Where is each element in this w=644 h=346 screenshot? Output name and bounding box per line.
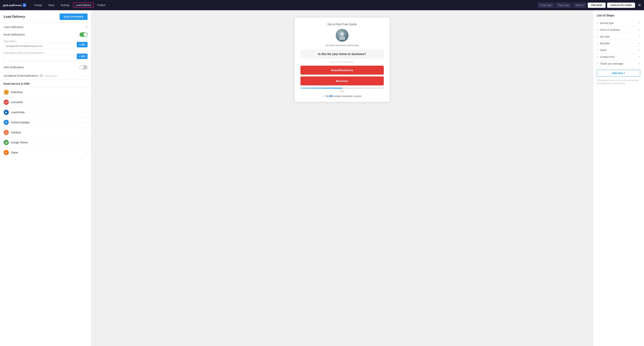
chevron-right-icon: › xyxy=(86,131,88,134)
step-name: Contact form xyxy=(600,55,614,58)
email-address-input[interactable] xyxy=(4,43,75,49)
email-input-wrap-1: Email Address xyxy=(4,40,75,49)
preview-button[interactable]: PREVIEW xyxy=(588,3,606,8)
leadspedia-icon: ▶ xyxy=(4,110,9,115)
zapier-label: Zapier xyxy=(11,151,18,154)
close-button[interactable]: ✕ xyxy=(638,3,641,7)
lead-notifications-label: Lead notifications xyxy=(4,26,24,29)
chevron-right-icon: › xyxy=(86,141,88,144)
nav-steps[interactable]: Steps xyxy=(46,3,57,8)
chevron-right-icon: › xyxy=(86,91,88,94)
duplicate-form-button[interactable]: DUPLICATE FORM xyxy=(607,3,635,8)
crm-list: 🐒 Mailchimp › CK ConvertKit › xyxy=(0,87,91,157)
conditional-email-row[interactable]: Conditional Email Notifications ? How to… xyxy=(0,72,91,80)
email-notifications-row: Email Notifications xyxy=(0,31,91,39)
edit-step-icon[interactable]: ✎ xyxy=(638,49,640,52)
drag-handle-icon[interactable]: ≡ xyxy=(597,22,598,25)
drag-handle-icon[interactable]: ≡ xyxy=(597,62,598,65)
chevron-right-icon: › xyxy=(86,121,88,124)
drag-handle-icon[interactable]: ≡ xyxy=(597,28,598,31)
activecampaign-icon: A xyxy=(4,120,9,125)
home-residence-button[interactable]: Home/Residence xyxy=(300,66,384,75)
sms-label: SMS Notifications xyxy=(4,66,24,69)
drag-handle-icon[interactable]: ≡ xyxy=(597,55,598,58)
save-changes-button[interactable]: SAVE CHANGES xyxy=(60,14,88,20)
step-item-name: ≡ name ✎ xyxy=(597,47,640,54)
flow-view-button[interactable]: Flow view xyxy=(556,3,572,8)
avatar-name: Joe (your local pest control guy) xyxy=(300,44,384,47)
left-panel: Lead Delivery SAVE CHANGES Lead notifica… xyxy=(0,10,91,346)
social-text: people requested a quote! xyxy=(334,95,362,98)
gdpr-email-input[interactable] xyxy=(4,55,75,61)
avatar-wrap xyxy=(300,29,384,42)
step-item-service-type: ≡ service type ✎ xyxy=(597,20,640,27)
chevron-right-icon: › xyxy=(86,101,88,104)
crm-item-hubspot[interactable]: ⚙ HubSpot › xyxy=(0,127,91,137)
nav-design[interactable]: Design xyxy=(32,3,45,8)
drag-handle-icon[interactable]: ≡ xyxy=(597,49,598,52)
nav-items: Design Steps Settings Lead Delivery Publ… xyxy=(32,3,538,8)
svg-point-0 xyxy=(340,32,344,36)
google-sheets-label: Google Sheets xyxy=(11,141,28,144)
step-name: Thank you message xyxy=(600,62,623,65)
sms-toggle[interactable] xyxy=(80,65,88,70)
crm-item-activecampaign[interactable]: A ActiveCampaign › xyxy=(0,117,91,127)
step-name: describe xyxy=(600,42,610,45)
email-notifications-toggle[interactable] xyxy=(80,32,88,37)
step-item-contact-form: ≡ Contact form ✎ xyxy=(597,54,640,60)
crm-item-zapier[interactable]: ✺ Zapier › xyxy=(0,147,91,157)
form-preview-inner: Get a Fast Free Quote Joe (your local pe… xyxy=(294,18,390,102)
how-to-badge[interactable]: ? xyxy=(40,74,43,77)
convertkit-icon: CK xyxy=(4,100,9,105)
crm-item-google-sheets[interactable]: ▦ Google Sheets › xyxy=(0,137,91,147)
crm-item-convertkit[interactable]: CK ConvertKit › xyxy=(0,97,91,107)
google-sheets-icon: ▦ xyxy=(4,140,9,145)
avatar-svg xyxy=(338,31,347,40)
steps-note: *Changing the order of the steps in the … xyxy=(597,79,640,85)
email-label-1: Email Address xyxy=(4,40,75,42)
step-name: service type xyxy=(600,22,614,25)
step-item-thank-you: ≡ Thank you message ✎ xyxy=(597,60,640,67)
lead-notifications-header[interactable]: Lead notifications ∨ xyxy=(0,23,91,31)
progress-label: 50% xyxy=(300,90,384,93)
add-step-button[interactable]: Add step + xyxy=(597,70,640,77)
email-field-row-1: Email Address + URL xyxy=(0,39,91,51)
lead-notifications-section: Lead notifications ∨ Email Notifications… xyxy=(0,23,91,80)
edit-step-icon[interactable]: ✎ xyxy=(638,29,640,31)
business-button[interactable]: Business xyxy=(300,77,384,85)
zapier-icon: ✺ xyxy=(4,150,9,155)
crm-item-mailchimp[interactable]: 🐒 Mailchimp › xyxy=(0,87,91,97)
form-preview: Get a Fast Free Quote Joe (your local pe… xyxy=(294,18,390,102)
chevron-right-icon: › xyxy=(86,111,88,114)
step-name: home or business xyxy=(600,28,620,31)
middle-panel: Get a Fast Free Quote Joe (your local pe… xyxy=(91,10,593,346)
edit-step-icon[interactable]: ✎ xyxy=(638,56,640,58)
drag-handle-icon[interactable]: ≡ xyxy=(597,35,598,38)
crm-item-leadspedia[interactable]: ▶ LeadsPedia › xyxy=(0,107,91,117)
edit-step-icon[interactable]: ✎ xyxy=(638,62,640,65)
url-button-2[interactable]: + URL xyxy=(77,54,88,59)
nav-lead-delivery[interactable]: Lead Delivery xyxy=(73,3,94,8)
email-field-row-2: Email Address (GDPR-Friendly Notificatio… xyxy=(0,51,91,63)
nav-publish[interactable]: Publish xyxy=(94,3,108,8)
svg-point-1 xyxy=(339,36,345,40)
main-layout: Lead Delivery SAVE CHANGES Lead notifica… xyxy=(0,10,644,346)
logo: getLeadForms ▪▪ xyxy=(3,4,26,7)
email-label-2: Email Address (GDPR-Friendly Notificatio… xyxy=(4,52,75,54)
form-view-button[interactable]: Form view xyxy=(538,3,554,8)
url-button-1[interactable]: + URL xyxy=(77,42,88,47)
progress-bar-wrap xyxy=(300,88,384,89)
edit-step-icon[interactable]: ✎ xyxy=(638,42,640,45)
conditional-label: Conditional Email Notifications xyxy=(4,74,38,77)
edit-step-icon[interactable]: ✎ xyxy=(638,35,640,38)
edit-step-icon[interactable]: ✎ xyxy=(638,22,640,25)
avatar-image xyxy=(336,29,348,42)
nav-settings[interactable]: Settings xyxy=(58,3,72,8)
email-input-wrap-2: Email Address (GDPR-Friendly Notificatio… xyxy=(4,52,75,61)
sms-row: SMS Notifications xyxy=(0,63,91,72)
metrics-button[interactable]: Metrics xyxy=(573,3,586,8)
step-name: name xyxy=(600,49,606,52)
steps-title: List of Steps xyxy=(597,14,640,17)
email-notifications-label: Email Notifications xyxy=(4,33,25,36)
drag-handle-icon[interactable]: ≡ xyxy=(597,42,598,45)
